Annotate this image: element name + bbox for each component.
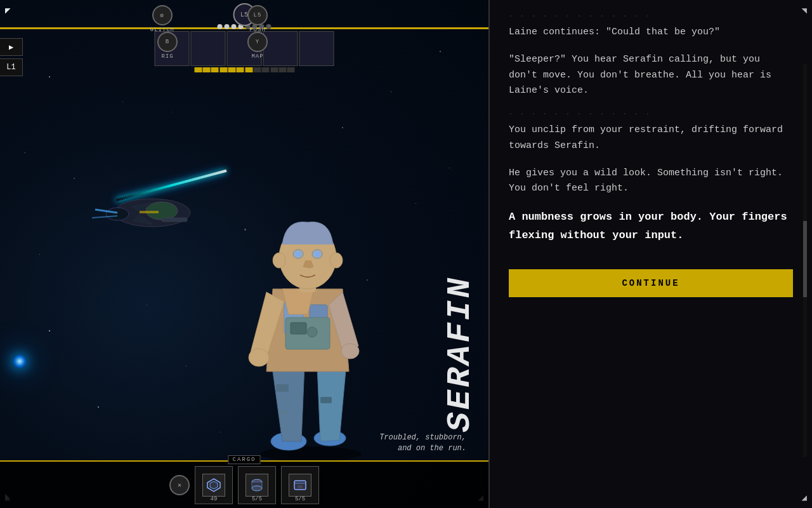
dialogue-para-1: Laine continues: "Could that be you?" bbox=[509, 25, 793, 41]
character-display bbox=[190, 130, 431, 460]
character-name-vertical: SERAFIN bbox=[442, 276, 479, 432]
top-hud: ▶ L1 L5 bbox=[0, 0, 488, 76]
corner-tr-global: ◥ bbox=[802, 5, 807, 16]
hud-center: L5 bbox=[155, 0, 334, 72]
push-button-group: L5 PUSH bbox=[247, 5, 268, 33]
eseg-5 bbox=[228, 67, 235, 72]
inv-slot-5[interactable] bbox=[299, 31, 334, 66]
cargo-count-3: 5/5 bbox=[295, 496, 305, 502]
eseg-7 bbox=[245, 67, 252, 72]
dialogue-dots-1: · · · · · · · · · · · · · bbox=[509, 13, 793, 20]
eseg-6 bbox=[236, 67, 244, 72]
svg-point-17 bbox=[249, 349, 269, 366]
eseg-10 bbox=[270, 67, 278, 72]
pip-1 bbox=[218, 24, 223, 29]
svg-rect-14 bbox=[279, 410, 289, 415]
eseg-4 bbox=[219, 67, 227, 72]
scrollbar-track[interactable] bbox=[803, 64, 807, 457]
svg-point-23 bbox=[296, 251, 301, 257]
subtitle-line2: and on the run. bbox=[398, 444, 466, 453]
energy-bars bbox=[194, 67, 294, 72]
svg-marker-31 bbox=[210, 481, 218, 489]
dialogue-dots-2: · · · · · · · · · · · · · bbox=[509, 110, 793, 117]
cargo-slot-2[interactable]: 5/5 bbox=[238, 466, 276, 504]
svg-rect-12 bbox=[276, 384, 289, 392]
dialogue-para-2: "Sleeper?" You hear Serafin calling, but… bbox=[509, 52, 793, 99]
map-label: MAP bbox=[251, 53, 263, 60]
svg-rect-13 bbox=[320, 397, 332, 403]
continue-button[interactable]: CONTINUE bbox=[509, 269, 793, 297]
cargo-icon-2 bbox=[246, 474, 268, 497]
l1-button[interactable]: L1 bbox=[0, 58, 23, 76]
inventory-slots bbox=[155, 31, 334, 66]
svg-point-34 bbox=[252, 486, 262, 491]
dialogue-para-5: A numbness grows in your body. Your fing… bbox=[509, 208, 793, 245]
svg-rect-37 bbox=[298, 485, 303, 488]
eseg-1 bbox=[194, 67, 202, 72]
cargo-count-2: 5/5 bbox=[252, 496, 262, 502]
dialogue-para-4: He gives you a wild look. Something isn'… bbox=[509, 166, 793, 197]
eseg-3 bbox=[211, 67, 218, 72]
eseg-9 bbox=[261, 67, 269, 72]
cargo-slot-3[interactable]: 5/5 bbox=[281, 466, 319, 504]
dialogue-panel: · · · · · · · · · · · · · Laine continue… bbox=[488, 0, 812, 508]
map-button-group: Y MAP bbox=[247, 32, 268, 60]
map-circle[interactable]: Y bbox=[247, 32, 268, 52]
energy-group-2 bbox=[219, 67, 244, 72]
energy-group-3 bbox=[245, 67, 269, 72]
glitch-button-group: ⚙ GLITCH bbox=[150, 5, 174, 33]
eseg-12 bbox=[287, 67, 294, 72]
play-button[interactable]: ▶ bbox=[0, 38, 23, 56]
subtitle-line1: Troubled, stubborn, bbox=[379, 433, 466, 442]
svg-point-24 bbox=[315, 251, 320, 257]
corner-br-global: ◢ bbox=[802, 492, 807, 503]
svg-point-29 bbox=[307, 327, 317, 337]
svg-point-26 bbox=[330, 253, 343, 268]
svg-rect-6 bbox=[162, 218, 187, 222]
dialogue-para-3: You unclip from your restraint, drifting… bbox=[509, 123, 793, 154]
side-panel: ▶ L1 bbox=[0, 38, 23, 76]
pip-2 bbox=[225, 24, 230, 29]
energy-group-1 bbox=[194, 67, 218, 72]
eseg-11 bbox=[278, 67, 286, 72]
cargo-label: CARGO bbox=[228, 455, 260, 464]
rig-circle[interactable]: B bbox=[157, 32, 178, 52]
bright-star bbox=[13, 354, 27, 368]
eseg-8 bbox=[253, 67, 261, 72]
energy-group-4 bbox=[270, 67, 294, 72]
svg-point-9 bbox=[260, 446, 362, 460]
cargo-slot-1[interactable]: 49 bbox=[195, 466, 233, 504]
push-circle[interactable]: L5 bbox=[247, 5, 268, 25]
rig-button-group: B RIG bbox=[157, 32, 178, 60]
cargo-icon-3 bbox=[289, 474, 311, 497]
eseg-2 bbox=[202, 67, 210, 72]
bottom-hud: CARGO ✕ 49 5/5 bbox=[0, 460, 488, 508]
glitch-circle[interactable]: ⚙ bbox=[152, 5, 173, 25]
character-subtitle: Troubled, stubborn, and on the run. bbox=[379, 432, 466, 454]
pip-3 bbox=[232, 24, 237, 29]
inv-slot-4[interactable] bbox=[263, 31, 298, 66]
cargo-icon-1 bbox=[202, 474, 225, 497]
svg-point-2 bbox=[106, 208, 129, 220]
cargo-count-1: 49 bbox=[211, 496, 218, 502]
svg-rect-28 bbox=[291, 323, 306, 334]
game-canvas: ◤ ◣ ▶ L1 L5 bbox=[0, 0, 488, 508]
scrollbar-thumb[interactable] bbox=[803, 221, 807, 297]
rig-label: RIG bbox=[161, 53, 173, 60]
action-x-button[interactable]: ✕ bbox=[169, 475, 190, 495]
svg-point-18 bbox=[341, 344, 359, 359]
svg-rect-5 bbox=[140, 211, 159, 213]
inv-slot-2[interactable] bbox=[191, 31, 226, 66]
svg-point-25 bbox=[273, 253, 285, 268]
